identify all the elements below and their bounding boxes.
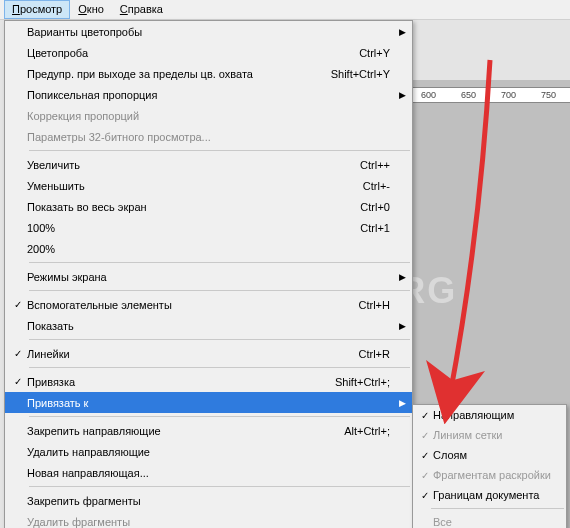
item-snap-to[interactable]: Привязать к ▶: [5, 392, 412, 413]
separator: [29, 416, 410, 417]
label: Все: [433, 516, 560, 528]
label: Закрепить направляющие: [27, 425, 344, 437]
shortcut: Ctrl+-: [363, 180, 396, 192]
menu-help-label: Справка: [120, 3, 163, 15]
item-lock-guides[interactable]: Закрепить направляющие Alt+Ctrl+;: [5, 420, 412, 441]
label: Параметры 32-битного просмотра...: [27, 131, 390, 143]
ruler-tick: 650: [461, 90, 476, 100]
item-clear-slices: Удалить фрагменты: [5, 511, 412, 528]
label: Удалить фрагменты: [27, 516, 390, 528]
separator: [29, 262, 410, 263]
sub-all: Все: [413, 512, 566, 528]
snap-to-submenu: ✓ Направляющим ✓ Линиям сетки ✓ Слоям ✓ …: [412, 404, 567, 528]
menu-window[interactable]: Окно Окно: [70, 0, 112, 19]
menu-window-label: Окно: [78, 3, 104, 15]
separator: [29, 339, 410, 340]
item-screen-mode[interactable]: Режимы экрана ▶: [5, 266, 412, 287]
shortcut: Ctrl+Y: [359, 47, 396, 59]
label: Слоям: [433, 449, 560, 461]
label: Привязка: [27, 376, 335, 388]
item-aspect-correction: Коррекция пропорций: [5, 105, 412, 126]
separator: [29, 150, 410, 151]
separator: [29, 367, 410, 368]
menu-help[interactable]: Справка Справка: [112, 0, 171, 19]
label: Режимы экрана: [27, 271, 390, 283]
item-clear-guides[interactable]: Удалить направляющие: [5, 441, 412, 462]
ruler-horizontal: 600 650 700 750 800: [413, 87, 570, 103]
label: Варианты цветопробы: [27, 26, 390, 38]
sub-grid: ✓ Линиям сетки: [413, 425, 566, 445]
check-icon: ✓: [417, 410, 433, 421]
sub-layers[interactable]: ✓ Слоям: [413, 445, 566, 465]
item-zoom-in[interactable]: Увеличить Ctrl++: [5, 154, 412, 175]
item-gamut-warning[interactable]: Предупр. при выходе за пределы цв. охват…: [5, 63, 412, 84]
label: Новая направляющая...: [27, 467, 390, 479]
item-lock-slices[interactable]: Закрепить фрагменты: [5, 490, 412, 511]
shortcut: Ctrl++: [360, 159, 396, 171]
item-show[interactable]: Показать ▶: [5, 315, 412, 336]
ruler-tick: 600: [421, 90, 436, 100]
ruler-tick: 750: [541, 90, 556, 100]
check-icon: ✓: [417, 450, 433, 461]
label: 100%: [27, 222, 360, 234]
submenu-arrow-icon: ▶: [396, 27, 406, 37]
label: 200%: [27, 243, 390, 255]
label: Уменьшить: [27, 180, 363, 192]
check-icon: ✓: [417, 470, 433, 481]
separator: [431, 508, 564, 509]
view-dropdown: Варианты цветопробы ▶ Цветопроба Ctrl+Y …: [4, 20, 413, 528]
label: Границам документа: [433, 489, 560, 501]
item-new-guide[interactable]: Новая направляющая...: [5, 462, 412, 483]
shortcut: Ctrl+1: [360, 222, 396, 234]
check-icon: ✓: [9, 348, 27, 359]
label: Закрепить фрагменты: [27, 495, 390, 507]
label: Привязать к: [27, 397, 390, 409]
item-200pct[interactable]: 200%: [5, 238, 412, 259]
label: Попиксельная пропорция: [27, 89, 390, 101]
check-icon: ✓: [417, 490, 433, 501]
item-rulers[interactable]: ✓ Линейки Ctrl+R: [5, 343, 412, 364]
check-icon: ✓: [9, 299, 27, 310]
item-100pct[interactable]: 100% Ctrl+1: [5, 217, 412, 238]
shortcut: Ctrl+R: [359, 348, 396, 360]
label: Показать: [27, 320, 390, 332]
label: Удалить направляющие: [27, 446, 390, 458]
label: Вспомогательные элементы: [27, 299, 359, 311]
label: Фрагментам раскройки: [433, 469, 560, 481]
label: Линиям сетки: [433, 429, 560, 441]
label: Увеличить: [27, 159, 360, 171]
item-zoom-out[interactable]: Уменьшить Ctrl+-: [5, 175, 412, 196]
shortcut: Shift+Ctrl+Y: [331, 68, 396, 80]
label: Предупр. при выходе за пределы цв. охват…: [27, 68, 331, 80]
item-proof-colors[interactable]: Цветопроба Ctrl+Y: [5, 42, 412, 63]
submenu-arrow-icon: ▶: [396, 398, 406, 408]
shortcut: Ctrl+H: [359, 299, 396, 311]
menu-view[interactable]: ППросмотрросмотр: [4, 0, 70, 19]
item-32bit-preview: Параметры 32-битного просмотра...: [5, 126, 412, 147]
label: Показать во весь экран: [27, 201, 360, 213]
label: Коррекция пропорций: [27, 110, 390, 122]
sub-guides[interactable]: ✓ Направляющим: [413, 405, 566, 425]
sub-slices: ✓ Фрагментам раскройки: [413, 465, 566, 485]
sub-doc-bounds[interactable]: ✓ Границам документа: [413, 485, 566, 505]
submenu-arrow-icon: ▶: [396, 90, 406, 100]
submenu-arrow-icon: ▶: [396, 321, 406, 331]
label: Направляющим: [433, 409, 560, 421]
item-fit-screen[interactable]: Показать во весь экран Ctrl+0: [5, 196, 412, 217]
check-icon: ✓: [9, 376, 27, 387]
submenu-arrow-icon: ▶: [396, 272, 406, 282]
menubar: ППросмотрросмотр Окно Окно Справка Справ…: [0, 0, 570, 20]
shortcut: Shift+Ctrl+;: [335, 376, 396, 388]
item-snap[interactable]: ✓ Привязка Shift+Ctrl+;: [5, 371, 412, 392]
ruler-tick: 700: [501, 90, 516, 100]
item-pixel-aspect[interactable]: Попиксельная пропорция ▶: [5, 84, 412, 105]
label: Цветопроба: [27, 47, 359, 59]
item-extras[interactable]: ✓ Вспомогательные элементы Ctrl+H: [5, 294, 412, 315]
separator: [29, 486, 410, 487]
menu-view-label: ППросмотрросмотр: [12, 3, 62, 15]
item-proof-setup[interactable]: Варианты цветопробы ▶: [5, 21, 412, 42]
shortcut: Ctrl+0: [360, 201, 396, 213]
label: Линейки: [27, 348, 359, 360]
separator: [29, 290, 410, 291]
shortcut: Alt+Ctrl+;: [344, 425, 396, 437]
